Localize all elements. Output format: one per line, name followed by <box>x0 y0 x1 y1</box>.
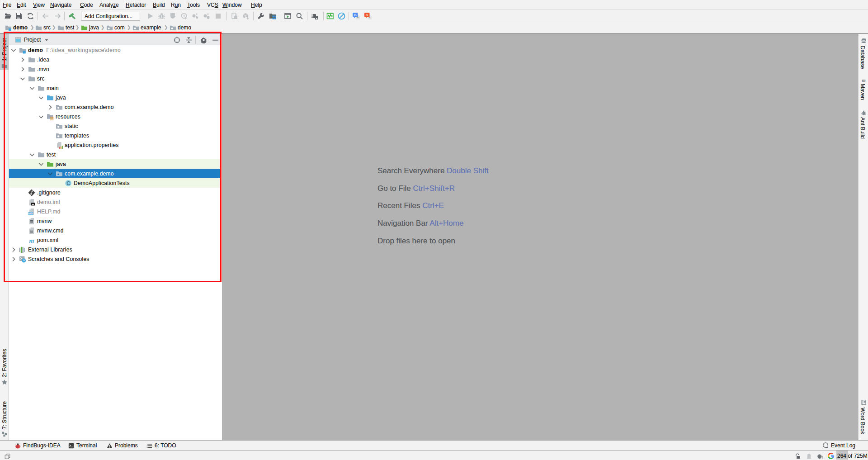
svg-text:G: G <box>354 13 357 17</box>
svg-text:?: ? <box>821 455 823 460</box>
svg-text:m: m <box>862 78 865 83</box>
svg-text:G: G <box>366 13 368 17</box>
